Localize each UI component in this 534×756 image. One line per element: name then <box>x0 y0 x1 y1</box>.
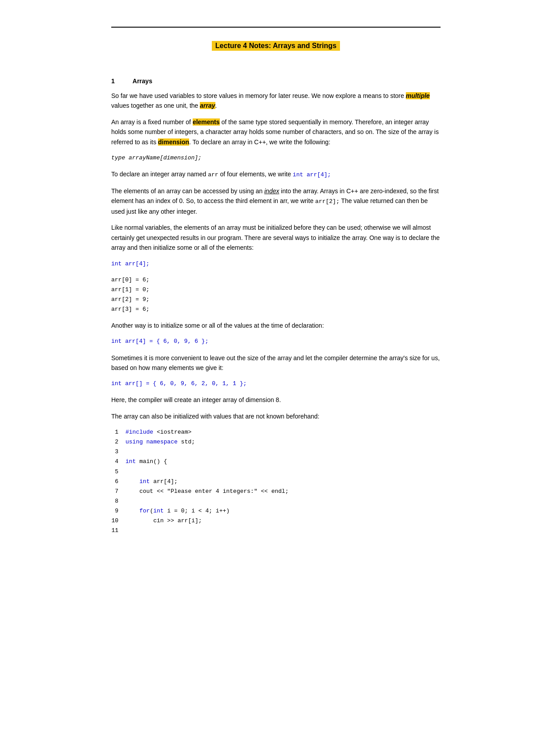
code-line-5: 5 <box>111 467 441 477</box>
page-title: Lecture 4 Notes: Arrays and Strings <box>212 41 340 51</box>
p3-mid: of four elements, we write <box>218 171 293 178</box>
keyword-int-arr: int <box>139 478 150 485</box>
p2-start: An array is a fixed number of <box>111 118 193 126</box>
code-line-9: 9 for(int i = 0; i < 4; i++) <box>111 506 441 516</box>
line-content-10: cin >> arr[i]; <box>125 516 202 526</box>
code-int-arr4: int arr[4]; <box>111 259 441 269</box>
page-container: Lecture 4 Notes: Arrays and Strings 1 Ar… <box>76 0 458 577</box>
title-wrapper: Lecture 4 Notes: Arrays and Strings <box>111 41 441 64</box>
line-content-6: int arr[4]; <box>125 477 178 487</box>
line-number-9: 9 <box>111 506 118 516</box>
paragraph-9: The array can also be initialized with v… <box>111 411 441 421</box>
line-content-9: for(int i = 0; i < 4; i++) <box>125 506 230 516</box>
p1-mid-text: values together as one unit, the <box>111 102 200 109</box>
section-header: 1 Arrays <box>111 77 441 85</box>
section-number: 1 <box>111 77 115 85</box>
code-arr0: arr[0] = 6; <box>111 275 441 285</box>
paragraph-4: The elements of an array can be accessed… <box>111 186 441 217</box>
code-line-7: 7 cout << "Please enter 4 integers:" << … <box>111 487 441 496</box>
keyword-for: for <box>139 508 150 514</box>
code-type-syntax: type arrayName[dimension]; <box>111 153 441 163</box>
paragraph-8: Here, the compiler will create an intege… <box>111 395 441 405</box>
line-number-5: 5 <box>111 467 118 477</box>
code-init2: int arr[] = { 6, 0, 9, 6, 2, 0, 1, 1 }; <box>111 379 441 389</box>
code-line-11: 11 <box>111 526 441 536</box>
p1-highlight-multiple: multiple <box>406 92 430 99</box>
section-title: Arrays <box>133 77 152 85</box>
p4-start: The elements of an array can be accessed… <box>111 187 264 195</box>
code-block-numbered: 1 #include <iostream> 2 using namespace … <box>111 427 441 536</box>
p3-code-int-arr4: int arr[4]; <box>293 171 331 178</box>
paragraph-3: To declare an integer array named arr of… <box>111 169 441 180</box>
p1-end: . <box>215 102 217 109</box>
code-arr2: arr[2] = 9; <box>111 295 441 305</box>
p4-italic-index: index <box>264 187 279 195</box>
keyword-int-main: int <box>125 458 136 465</box>
code-init1: int arr[4] = { 6, 0, 9, 6 }; <box>111 337 441 346</box>
line-number-10: 10 <box>111 516 118 526</box>
code-line-2: 2 using namespace std; <box>111 437 441 447</box>
line-number-11: 11 <box>111 526 118 536</box>
code-line-8: 8 <box>111 496 441 506</box>
p1-text: So far we have used variables to store v… <box>111 92 406 99</box>
keyword-using: using namespace <box>125 439 178 445</box>
line-content-7: cout << "Please enter 4 integers:" << en… <box>125 487 289 496</box>
p1-highlight-array: array <box>200 102 215 109</box>
keyword-include: #include <box>125 429 153 435</box>
keyword-int-for: int <box>153 508 163 514</box>
p4-code-arr2: arr[2]; <box>315 198 340 205</box>
p3-start: To declare an integer array named <box>111 171 208 178</box>
line-content-2: using namespace std; <box>125 437 195 447</box>
p2-end: . To declare an array in C++, we write t… <box>189 138 330 146</box>
code-arr3: arr[3] = 6; <box>111 305 441 314</box>
p3-code-arr: arr <box>208 171 218 178</box>
paragraph-7: Sometimes it is more convenient to leave… <box>111 353 441 373</box>
line-number-2: 2 <box>111 437 118 447</box>
line-number-8: 8 <box>111 496 118 506</box>
code-line-3: 3 <box>111 447 441 457</box>
code-arr1: arr[1] = 0; <box>111 285 441 295</box>
paragraph-2: An array is a fixed number of elements o… <box>111 117 441 147</box>
line-content-1: #include <iostream> <box>125 427 191 437</box>
code-line-10: 10 cin >> arr[i]; <box>111 516 441 526</box>
code-line-4: 4 int main() { <box>111 457 441 467</box>
code-assignments: arr[0] = 6; arr[1] = 0; arr[2] = 9; arr[… <box>111 275 441 314</box>
line-number-6: 6 <box>111 477 118 487</box>
line-content-4: int main() { <box>125 457 167 467</box>
p2-highlight-dimension: dimension <box>158 138 189 146</box>
line-number-7: 7 <box>111 487 118 496</box>
code-line-6: 6 int arr[4]; <box>111 477 441 487</box>
paragraph-5: Like normal variables, the elements of a… <box>111 223 441 252</box>
line-number-3: 3 <box>111 447 118 457</box>
line-number-4: 4 <box>111 457 118 467</box>
line-number-1: 1 <box>111 427 118 437</box>
paragraph-1: So far we have used variables to store v… <box>111 91 441 111</box>
top-border <box>111 27 441 28</box>
paragraph-6: Another way is to initialize some or all… <box>111 321 441 330</box>
p2-highlight-elements: elements <box>193 118 220 126</box>
code-line-1: 1 #include <iostream> <box>111 427 441 437</box>
